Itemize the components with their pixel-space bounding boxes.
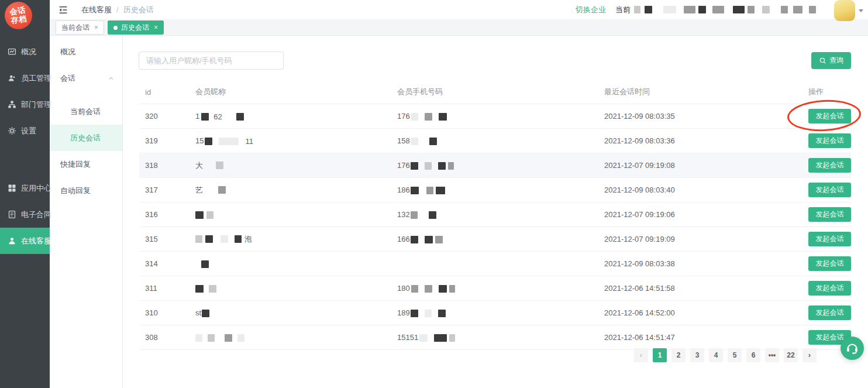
submenu-item-current-session[interactable]: 当前会话 xyxy=(50,98,122,125)
column-header-time: 最近会话时间 xyxy=(598,87,802,97)
sidebar-item-department[interactable]: 部门管理 xyxy=(0,91,50,118)
close-icon[interactable]: × xyxy=(94,23,98,32)
redacted-block xyxy=(195,334,202,342)
table-row: 3161322021-12-07 09:19:06发起会话 xyxy=(139,202,851,227)
staff-icon xyxy=(8,74,16,83)
switch-company-link[interactable]: 切换企业 xyxy=(576,5,606,15)
cell-id: 320 xyxy=(139,112,190,121)
cell-nickname: 艺 xyxy=(190,185,391,195)
overview-icon xyxy=(8,47,16,56)
start-conversation-button[interactable]: 发起会话 xyxy=(808,183,851,197)
pagination-page-1[interactable]: 1 xyxy=(653,348,667,362)
collapse-menu-icon[interactable] xyxy=(58,5,68,15)
start-conversation-button[interactable]: 发起会话 xyxy=(808,207,851,222)
submenu-item-history-session[interactable]: 历史会话 xyxy=(50,125,122,151)
text-fragment: 189 xyxy=(397,309,410,318)
sidebar-item-overview[interactable]: 概况 xyxy=(0,39,50,65)
main-content: 查询 id会员昵称会员手机号码最近会话时间操作 3201621762021-12… xyxy=(123,36,868,388)
redacted-block xyxy=(411,187,419,194)
tab-history[interactable]: 历史会话× xyxy=(108,20,164,35)
pagination-page-4[interactable]: 4 xyxy=(709,348,723,362)
user-avatar[interactable] xyxy=(834,0,855,21)
tab-current[interactable]: 当前会话× xyxy=(56,20,104,35)
cell-id: 311 xyxy=(139,284,190,293)
cell-phone: 166 xyxy=(391,234,598,243)
cell-nickname: 1511 xyxy=(190,136,391,145)
redacted-block xyxy=(436,187,445,194)
cell-last-session-time: 2021-12-06 14:51:47 xyxy=(598,333,802,342)
redacted-block xyxy=(426,187,433,194)
cell-phone: 176 xyxy=(391,160,598,170)
pagination-page-2[interactable]: 2 xyxy=(671,348,686,362)
pagination-page-3[interactable]: 3 xyxy=(690,348,704,362)
pagination-page-22[interactable]: 22 xyxy=(784,348,798,362)
cell-id: 308 xyxy=(139,333,190,342)
table-row: 317艺1862021-12-09 08:03:40发起会话 xyxy=(139,178,851,202)
close-icon[interactable]: × xyxy=(154,23,158,32)
redacted-block xyxy=(698,6,706,13)
start-conversation-button[interactable]: 发起会话 xyxy=(808,232,851,246)
start-conversation-button[interactable]: 发起会话 xyxy=(808,133,851,148)
start-conversation-button[interactable]: 发起会话 xyxy=(808,158,851,173)
redacted-block xyxy=(733,6,745,13)
redacted-block xyxy=(425,162,432,170)
search-button[interactable]: 查询 xyxy=(811,52,851,69)
redacted-block xyxy=(205,235,213,243)
pagination-ellipsis[interactable]: ••• xyxy=(765,348,779,362)
column-header-phone: 会员手机号码 xyxy=(391,87,598,97)
text-fragment: 132 xyxy=(397,211,410,219)
start-conversation-button[interactable]: 发起会话 xyxy=(808,305,851,320)
submenu-item-quick-reply[interactable]: 快捷回复 xyxy=(50,151,122,177)
cell-last-session-time: 2021-12-06 14:52:00 xyxy=(598,308,802,317)
text-fragment: 166 xyxy=(397,235,410,244)
redacted-block xyxy=(781,6,788,13)
cell-action: 发起会话 xyxy=(802,281,851,296)
sidebar-item-staff[interactable]: 员工管理 xyxy=(0,65,50,91)
sidebar-item-service[interactable]: 在线客服 xyxy=(0,228,50,254)
caret-down-icon[interactable] xyxy=(859,9,863,12)
pagination-page-6[interactable]: 6 xyxy=(746,348,760,362)
cell-action: 发起会话 xyxy=(802,207,851,222)
submenu-item-auto-reply[interactable]: 自动回复 xyxy=(50,177,122,204)
cell-last-session-time: 2021-12-09 08:03:38 xyxy=(598,259,802,268)
redacted-block xyxy=(237,334,244,342)
app-window: 会话 存档 概况员工管理部门管理设置应用中心电子合同在线客服 在线客服 / 历史… xyxy=(0,0,868,388)
table-row: 3111802021-12-06 14:51:58发起会话 xyxy=(139,276,851,301)
current-company-label: 当前 xyxy=(615,5,631,15)
sidebar-item-contract[interactable]: 电子合同 xyxy=(0,201,50,228)
redacted-block xyxy=(411,310,418,317)
redacted-block xyxy=(438,310,446,317)
pagination-page-5[interactable]: 5 xyxy=(728,348,742,362)
start-conversation-button[interactable]: 发起会话 xyxy=(808,109,851,123)
redacted-block xyxy=(411,138,418,145)
redacted-block xyxy=(236,113,244,121)
text-fragment: 15151 xyxy=(397,334,418,342)
cell-nickname: 泡 xyxy=(190,234,391,245)
tab-label: 历史会话 xyxy=(121,23,149,33)
cell-nickname xyxy=(190,210,391,219)
start-conversation-button[interactable]: 发起会话 xyxy=(808,281,851,296)
sidebar-item-settings[interactable]: 设置 xyxy=(0,118,50,144)
cell-last-session-time: 2021-12-07 09:19:08 xyxy=(598,161,802,170)
redacted-block xyxy=(195,211,204,219)
cell-action: 发起会话 xyxy=(802,133,851,148)
redacted-block xyxy=(411,285,418,293)
redacted-block xyxy=(748,6,755,13)
customer-service-button[interactable] xyxy=(841,337,864,360)
search-input[interactable] xyxy=(139,51,284,70)
pagination-next-button[interactable]: › xyxy=(802,348,817,362)
text-fragment: 158 xyxy=(397,137,410,146)
submenu-item-overview[interactable]: 概况 xyxy=(50,39,122,65)
redacted-block xyxy=(809,6,816,13)
search-icon xyxy=(819,57,826,64)
active-dot-icon xyxy=(113,26,118,30)
pagination-prev-button[interactable]: ‹ xyxy=(634,348,648,362)
cell-phone: 158 xyxy=(391,136,598,145)
redacted-block xyxy=(439,285,447,293)
submenu-item-session[interactable]: 会话 xyxy=(50,65,122,91)
breadcrumb-root[interactable]: 在线客服 xyxy=(81,5,112,15)
redacted-block xyxy=(645,6,652,13)
start-conversation-button[interactable]: 发起会话 xyxy=(808,256,851,271)
cell-id: 316 xyxy=(139,210,190,219)
sidebar-item-apps[interactable]: 应用中心 xyxy=(0,175,50,201)
